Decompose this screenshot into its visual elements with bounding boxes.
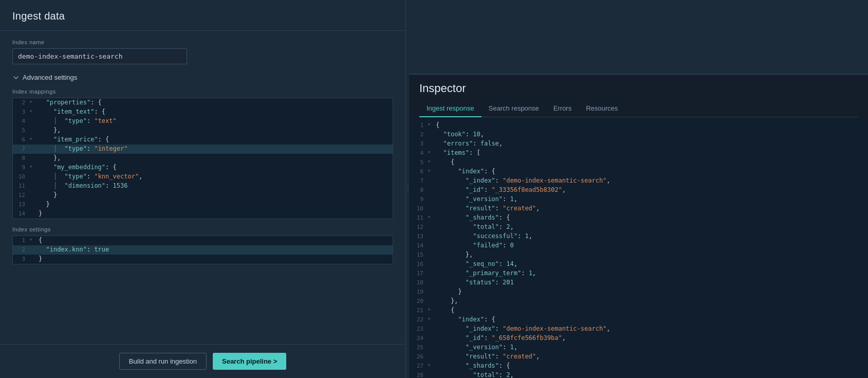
list-item: 14 "failed": 0 (409, 242, 868, 251)
table-row: 6 ▾ "item_price": { (13, 135, 393, 145)
index-name-input[interactable] (12, 48, 187, 64)
line-number: 11 (409, 214, 428, 221)
fold-toggle[interactable]: ▾ (428, 316, 435, 321)
line-number: 2 (13, 99, 29, 106)
inspector-header: Inspector Ingest responseSearch response… (409, 75, 868, 117)
fold-toggle[interactable]: ▾ (428, 149, 435, 155)
build-run-button[interactable]: Build and run ingestion (119, 353, 207, 370)
tab-errors[interactable]: Errors (546, 100, 579, 117)
line-number: 4 (409, 149, 428, 156)
tab-search-response[interactable]: Search response (482, 100, 546, 117)
fold-toggle[interactable]: ▾ (29, 164, 36, 169)
line-content: "items": [ (435, 149, 868, 156)
line-number: 11 (13, 182, 29, 189)
line-number: 13 (409, 232, 428, 240)
line-content: "_id": "_658fcfe566fb39ba", (435, 334, 868, 341)
line-number: 1 (409, 121, 428, 129)
fold-toggle[interactable]: ▾ (29, 237, 36, 242)
line-content: "index": { (435, 316, 868, 323)
list-item: 23 "_index": "demo-index-semantic-search… (409, 325, 868, 334)
line-number: 1 (13, 237, 29, 244)
line-content: "took": 10, (435, 131, 868, 138)
line-content: │ "type": "text" (36, 117, 393, 124)
line-content: "successful": 1, (435, 232, 868, 240)
inspector-content: 1 ▾ { 2 "took": 10, 3 "errors": false, 4… (409, 117, 868, 378)
table-row: 3 ▾ "item_text": { (13, 107, 393, 117)
table-row: 5 }, (13, 126, 393, 135)
line-number: 14 (13, 210, 29, 217)
line-number: 3 (13, 255, 29, 262)
left-footer: Build and run ingestion Search pipeline … (0, 344, 405, 378)
line-content: }, (435, 297, 868, 304)
list-item: 3 "errors": false, (409, 140, 868, 149)
list-item: 1 ▾ { (409, 121, 868, 131)
index-name-label: Index name (12, 39, 393, 45)
line-content: "result": "created", (435, 205, 868, 212)
line-content: }, (435, 251, 868, 258)
fold-toggle[interactable]: ▾ (428, 121, 435, 127)
advanced-settings-toggle[interactable]: Advanced settings (12, 74, 393, 81)
line-number: 2 (409, 131, 428, 138)
line-content: "status": 201 (435, 279, 868, 286)
list-item: 22 ▾ "index": { (409, 316, 868, 325)
list-item: 24 "_id": "_658fcfe566fb39ba", (409, 334, 868, 344)
table-row: 4 │ "type": "text" (13, 117, 393, 126)
fold-toggle[interactable]: ▾ (428, 168, 435, 173)
fold-toggle[interactable]: ▾ (29, 99, 36, 104)
fold-toggle[interactable]: ▾ (428, 158, 435, 164)
fold-toggle[interactable]: ▾ (428, 214, 435, 220)
line-content: "_shards": { (435, 362, 868, 369)
line-content: "total": 2, (435, 371, 868, 378)
search-pipeline-button[interactable]: Search pipeline > (213, 353, 286, 370)
table-row: 10 │ "type": "knn_vector", (13, 172, 393, 182)
line-number: 18 (409, 279, 428, 286)
page-title: Ingest data (12, 10, 393, 22)
left-panel: Ingest data Index name Advanced settings… (0, 0, 406, 378)
line-number: 3 (13, 108, 29, 115)
fold-toggle[interactable]: ▾ (29, 136, 36, 141)
inspector-response-code: 1 ▾ { 2 "took": 10, 3 "errors": false, 4… (409, 119, 868, 378)
line-number: 7 (409, 177, 428, 184)
line-number: 5 (13, 127, 29, 134)
list-item: 13 "successful": 1, (409, 232, 868, 242)
right-top-area (409, 0, 868, 75)
line-content: { (435, 158, 868, 166)
list-item: 6 ▾ "index": { (409, 168, 868, 177)
tab-ingest-response[interactable]: Ingest response (419, 100, 482, 117)
line-content: "failed": 0 (435, 242, 868, 249)
table-row: 1 ▾ { (13, 236, 393, 245)
line-number: 10 (13, 173, 29, 180)
line-number: 27 (409, 362, 428, 369)
line-content: }, (36, 127, 393, 134)
chevron-down-icon (12, 74, 20, 81)
tab-resources[interactable]: Resources (579, 100, 625, 117)
line-content: "my_embedding": { (36, 164, 393, 171)
table-row: 3 } (13, 255, 393, 264)
fold-toggle[interactable]: ▾ (428, 307, 435, 312)
line-content: { (435, 307, 868, 314)
inspector-title: Inspector (419, 82, 858, 95)
line-number: 3 (409, 140, 428, 147)
line-number: 21 (409, 307, 428, 314)
index-settings-label: Index settings (12, 226, 393, 232)
left-content: Index name Advanced settings Index mappi… (0, 31, 405, 344)
line-content: │ "dimension": 1536 (36, 182, 393, 189)
line-number: 6 (13, 136, 29, 143)
list-item: 8 "_id": "_33356f8ead5b8302", (409, 186, 868, 195)
list-item: 2 "took": 10, (409, 131, 868, 140)
line-content: │ "type": "integer" (36, 145, 393, 152)
line-number: 25 (409, 344, 428, 351)
list-item: 18 "status": 201 (409, 279, 868, 288)
line-content: "result": "created", (435, 353, 868, 360)
fold-toggle[interactable]: ▾ (428, 362, 435, 368)
inspector-section: Inspector Ingest responseSearch response… (409, 75, 868, 378)
line-content: "index": { (435, 168, 868, 175)
line-content: "_id": "_33356f8ead5b8302", (435, 186, 868, 193)
line-content: } (36, 210, 393, 217)
line-number: 8 (13, 154, 29, 161)
line-number: 19 (409, 288, 428, 295)
table-row: 2 ▾ "properties": { (13, 98, 393, 107)
line-number: 5 (409, 158, 428, 166)
list-item: 17 "_primary_term": 1, (409, 269, 868, 279)
fold-toggle[interactable]: ▾ (29, 108, 36, 114)
